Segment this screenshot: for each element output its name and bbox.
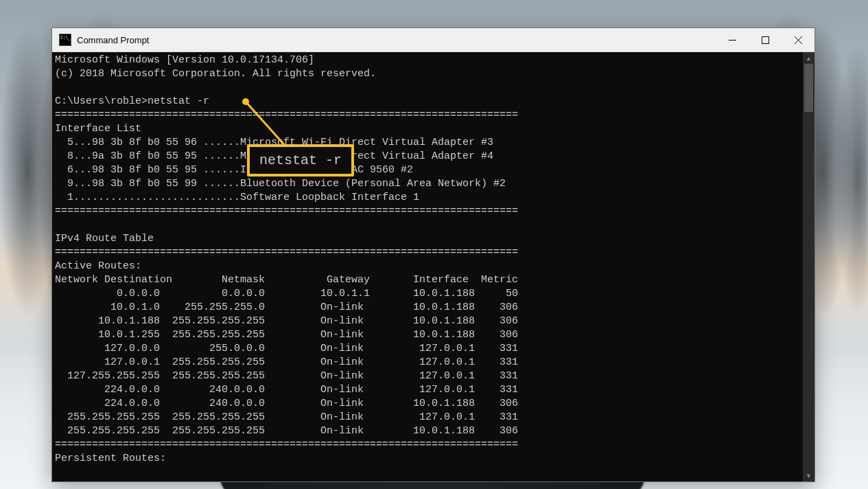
route-row: 10.0.1.255 255.255.255.255 On-link 10.0.…	[55, 329, 518, 341]
route-row: 127.0.0.1 255.255.255.255 On-link 127.0.…	[55, 356, 518, 368]
scroll-thumb[interactable]	[804, 64, 813, 112]
separator: ========================================…	[55, 109, 518, 121]
route-columns: Network Destination Netmask Gateway Inte…	[55, 274, 518, 286]
persistent-routes-header: Persistent Routes:	[55, 453, 166, 464]
interface-row: 8...9a 3b 8f b0 55 95 ......Microsoft Wi…	[55, 150, 493, 162]
interface-row: 9...98 3b 8f b0 55 99 ......Bluetooth De…	[55, 178, 506, 190]
window-controls	[716, 28, 814, 52]
interface-row: 1...........................Software Loo…	[55, 192, 419, 203]
interface-row: 6...98 3b 8f b0 55 95 ......Intel(R) Wir…	[55, 164, 413, 176]
route-row: 224.0.0.0 240.0.0.0 On-link 127.0.0.1 33…	[55, 384, 518, 396]
prompt-prefix: C:\Users\roble>	[55, 95, 148, 107]
route-row: 0.0.0.0 0.0.0.0 10.0.1.1 10.0.1.188 50	[55, 288, 518, 299]
interface-row: 5...98 3b 8f b0 55 96 ......Microsoft Wi…	[55, 137, 493, 148]
maximize-button[interactable]	[749, 28, 782, 52]
cmd-icon	[59, 34, 71, 46]
ipv4-header: IPv4 Route Table	[55, 233, 154, 244]
route-row: 10.0.1.0 255.255.255.0 On-link 10.0.1.18…	[55, 302, 518, 313]
copyright-line: (c) 2018 Microsoft Corporation. All righ…	[55, 68, 376, 80]
scroll-up-button[interactable]: ▲	[803, 52, 814, 64]
titlebar[interactable]: Command Prompt	[52, 28, 814, 52]
minimize-button[interactable]	[716, 28, 749, 52]
scroll-down-button[interactable]: ▼	[803, 470, 814, 481]
interface-list-header: Interface List	[55, 123, 141, 135]
active-routes-header: Active Routes:	[55, 260, 141, 272]
route-row: 255.255.255.255 255.255.255.255 On-link …	[55, 425, 518, 437]
separator: ========================================…	[55, 439, 518, 451]
route-row: 127.255.255.255 255.255.255.255 On-link …	[55, 370, 518, 382]
route-row: 224.0.0.0 240.0.0.0 On-link 10.0.1.188 3…	[55, 398, 518, 409]
window-title: Command Prompt	[77, 35, 716, 45]
client-area: Microsoft Windows [Version 10.0.17134.70…	[52, 52, 814, 481]
svg-rect-1	[762, 36, 769, 43]
command-prompt-window: Command Prompt Microsoft Windows [Versio…	[51, 27, 815, 482]
version-line: Microsoft Windows [Version 10.0.17134.70…	[55, 54, 314, 66]
prompt-command: netstat -r	[148, 95, 209, 107]
console-output[interactable]: Microsoft Windows [Version 10.0.17134.70…	[52, 52, 803, 481]
close-button[interactable]	[782, 28, 814, 52]
route-row: 127.0.0.0 255.0.0.0 On-link 127.0.0.1 33…	[55, 343, 518, 354]
route-row: 10.0.1.188 255.255.255.255 On-link 10.0.…	[55, 315, 518, 327]
vertical-scrollbar[interactable]: ▲ ▼	[803, 52, 814, 481]
route-row: 255.255.255.255 255.255.255.255 On-link …	[55, 411, 518, 423]
separator: ========================================…	[55, 247, 518, 258]
separator: ========================================…	[55, 205, 518, 217]
